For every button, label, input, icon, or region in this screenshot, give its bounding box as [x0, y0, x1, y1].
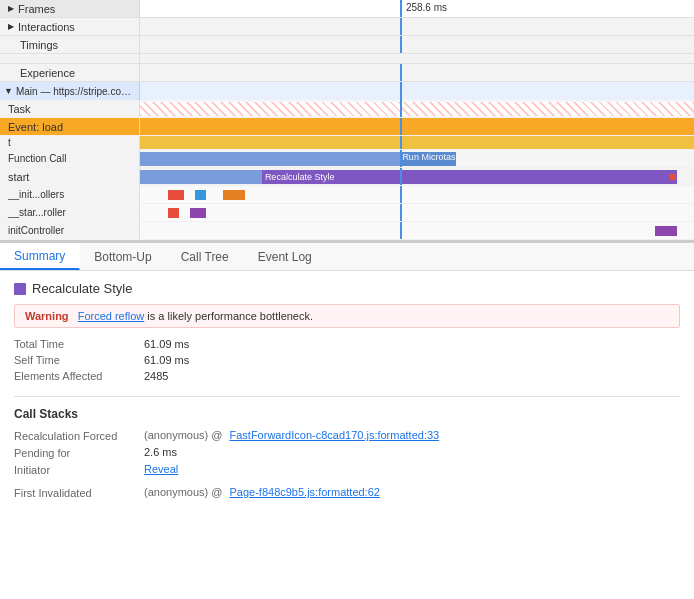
recalc-style-bar: Recalculate Style	[262, 170, 678, 184]
spacer-row	[0, 54, 694, 64]
time-line14	[400, 222, 402, 239]
tab-bottom-up[interactable]: Bottom-Up	[80, 243, 166, 270]
main-content	[140, 82, 694, 100]
first-invalidated-value: (anonymous) @ Page-f848c9b5.js:formatted…	[144, 486, 380, 498]
frames-content: 258.6 ms	[140, 0, 694, 17]
start-label: start	[0, 168, 140, 185]
tab-call-tree[interactable]: Call Tree	[167, 243, 244, 270]
summary-panel: Recalculate Style Warning Forced reflow …	[0, 271, 694, 599]
star-roller-row: __star...roller	[0, 204, 694, 222]
elements-affected-value: 2485	[144, 370, 168, 382]
time-line8	[400, 118, 402, 135]
call-stacks-title: Call Stacks	[14, 407, 680, 421]
time-marker-label: 258.6 ms	[406, 2, 447, 13]
interactions-row[interactable]: ▶ Interactions	[0, 18, 694, 36]
time-line	[400, 0, 402, 17]
main-section-row[interactable]: ▼ Main — https://stripe.com/en-gb	[0, 82, 694, 100]
page-link[interactable]: Page-f848c9b5.js:formatted:62	[229, 486, 379, 498]
fn-call-row: Function Call Run Microtasks	[0, 150, 694, 168]
timings-row[interactable]: Timings	[0, 36, 694, 54]
tab-event-log[interactable]: Event Log	[244, 243, 327, 270]
initiator-row: Initiator Reveal	[14, 463, 680, 476]
mini-block4	[168, 208, 179, 218]
expand-icon2: ▶	[8, 22, 14, 31]
time-line2	[400, 18, 402, 35]
pending-value: 2.6 ms	[144, 446, 177, 458]
experience-label: Experience	[0, 64, 140, 81]
self-time-label: Self Time	[14, 354, 144, 366]
frames-label: ▶ Frames	[0, 0, 140, 17]
first-invalidated-row: First Invalidated (anonymous) @ Page-f84…	[14, 486, 680, 499]
event-load-label: Event: load	[0, 118, 140, 135]
total-time-label: Total Time	[14, 338, 144, 350]
timings-content	[140, 36, 694, 53]
init-controller-content	[140, 222, 694, 239]
init-controller-label: initController	[0, 222, 140, 239]
mini-block2	[195, 190, 206, 200]
fn-call-content: Run Microtasks	[140, 150, 694, 167]
elements-affected-label: Elements Affected	[14, 370, 144, 382]
recalc-forced-row: Recalculation Forced (anonymous) @ FastF…	[14, 429, 680, 442]
task-label: Task	[0, 100, 140, 117]
time-line6	[400, 82, 402, 100]
anon-prefix-2: (anonymous) @	[144, 486, 225, 498]
interactions-label: ▶ Interactions	[0, 18, 140, 35]
init-ollers-label: __init...ollers	[0, 186, 140, 203]
total-time-value: 61.09 ms	[144, 338, 189, 350]
fn-call-label: Function Call	[0, 150, 140, 167]
divider	[14, 396, 680, 397]
pending-row: Pending for 2.6 ms	[14, 446, 680, 459]
fastforward-link[interactable]: FastForwardIcon-c8cad170.js:formatted:33	[229, 429, 439, 441]
t-row: t	[0, 136, 694, 150]
run-microtasks: Run Microtasks	[400, 152, 455, 166]
tab-summary[interactable]: Summary	[0, 243, 80, 270]
forced-reflow-link[interactable]: Forced reflow	[78, 310, 145, 322]
mini-block1	[168, 190, 185, 200]
task-content	[140, 100, 694, 117]
star-roller-content	[140, 204, 694, 221]
init-ollers-content	[140, 186, 694, 203]
event-load-row: Event: load	[0, 118, 694, 136]
call-stack-item-1: Recalculation Forced (anonymous) @ FastF…	[14, 429, 680, 476]
mini-block6	[655, 226, 677, 236]
experience-row[interactable]: Experience	[0, 64, 694, 82]
task-row: Task	[0, 100, 694, 118]
init-controller-row: initController	[0, 222, 694, 240]
stats-table: Total Time 61.09 ms Self Time 61.09 ms E…	[14, 338, 680, 382]
first-invalidated-item: First Invalidated (anonymous) @ Page-f84…	[14, 486, 680, 499]
init-ollers-row: __init...ollers	[0, 186, 694, 204]
color-indicator	[14, 283, 26, 295]
timeline-section: ▶ Frames 258.6 ms ▶ Interactions Timings	[0, 0, 694, 241]
mini-block5	[190, 208, 207, 218]
star-roller-label: __star...roller	[0, 204, 140, 221]
time-line3	[400, 36, 402, 53]
warning-message: is a likely performance bottleneck.	[147, 310, 313, 322]
warning-box: Warning Forced reflow is a likely perfor…	[14, 304, 680, 328]
elements-affected-row: Elements Affected 2485	[14, 370, 680, 382]
time-line5	[400, 64, 402, 81]
initiator-label: Initiator	[14, 463, 144, 476]
start-content: Recalculate Style	[140, 168, 694, 185]
interactions-content	[140, 18, 694, 35]
t-label: t	[0, 136, 140, 149]
expand-icon: ▶	[8, 4, 14, 13]
tabs-bar: Summary Bottom-Up Call Tree Event Log	[0, 241, 694, 271]
recalc-forced-label: Recalculation Forced	[14, 429, 144, 442]
mini-block3	[223, 190, 245, 200]
panel-title: Recalculate Style	[14, 281, 680, 296]
time-line13	[400, 204, 402, 221]
first-invalidated-label: First Invalidated	[14, 486, 144, 499]
start-row: start Recalculate Style	[0, 168, 694, 186]
total-time-row: Total Time 61.09 ms	[14, 338, 680, 350]
t-content	[140, 136, 694, 149]
self-time-value: 61.09 ms	[144, 354, 189, 366]
collapse-icon: ▼	[4, 86, 13, 96]
time-line9	[400, 136, 402, 149]
timings-label: Timings	[0, 36, 140, 53]
frames-row[interactable]: ▶ Frames 258.6 ms	[0, 0, 694, 18]
reveal-link[interactable]: Reveal	[144, 463, 178, 475]
anon-prefix-1: (anonymous) @	[144, 429, 225, 441]
experience-content	[140, 64, 694, 81]
event-load-content	[140, 118, 694, 135]
start-bar	[140, 170, 262, 184]
